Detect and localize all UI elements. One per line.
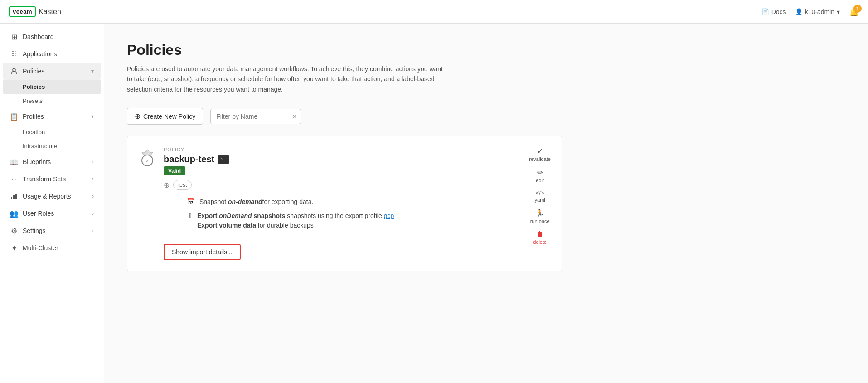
settings-icon: ⚙: [10, 227, 18, 235]
export-profile-link[interactable]: gcp: [384, 212, 394, 219]
topbar-right: 📄 Docs 👤 k10-admin ▾ 🔔 1: [761, 7, 859, 17]
delete-action[interactable]: 🗑 delete: [533, 230, 547, 245]
usage-chevron-icon: ›: [92, 193, 94, 199]
topbar: veeam Kasten 📄 Docs 👤 k10-admin ▾ 🔔 1: [0, 0, 868, 24]
user-roles-chevron-icon: ›: [92, 210, 94, 217]
sidebar-label-settings: Settings: [23, 227, 87, 234]
policy-medal-icon: ✓: [138, 149, 156, 167]
logo-brand: veeam: [9, 6, 36, 17]
yaml-icon: </>: [536, 189, 544, 196]
policy-type-label: POLICY: [164, 147, 551, 152]
sidebar-item-blueprints[interactable]: 📖 Blueprints ›: [3, 153, 101, 170]
run-once-action[interactable]: 🏃 run once: [530, 209, 550, 224]
export-volume-text: Export volume data: [197, 222, 256, 229]
export-detail-row: ⬆ Export onDemand snapshots snapshots us…: [187, 211, 551, 230]
user-label: k10-admin: [805, 8, 834, 15]
sidebar-label-user-roles: User Roles: [23, 210, 87, 217]
revalidate-label: revalidate: [529, 156, 551, 162]
logo: veeam Kasten: [9, 6, 61, 17]
export-detail-text: Export onDemand snapshots snapshots usin…: [197, 211, 394, 230]
snapshot-detail-row: 📅 Snapshot on-demandfor exporting data.: [187, 197, 551, 207]
transform-icon: ↔: [10, 175, 18, 183]
profiles-chevron-icon: ▾: [91, 113, 94, 120]
snapshot-detail-text: Snapshot on-demandfor exporting data.: [199, 197, 313, 207]
sidebar-item-profiles[interactable]: 📋 Profiles ▾: [3, 108, 101, 125]
svg-point-0: [13, 68, 15, 71]
sidebar-item-policies[interactable]: Policies ▾: [3, 63, 101, 80]
user-chevron-icon: ▾: [837, 8, 840, 15]
main-content: Policies Policies are used to automate y…: [104, 24, 868, 383]
edit-label: edit: [536, 178, 544, 183]
policy-valid-badge: Valid: [164, 166, 185, 175]
sidebar-item-dashboard[interactable]: ⊞ Dashboard: [3, 28, 101, 45]
sidebar-subitem-policies[interactable]: Policies: [3, 80, 101, 94]
policy-name-row: backup-test >_: [164, 154, 551, 165]
policy-name: backup-test: [164, 154, 214, 165]
sidebar-item-multi-cluster[interactable]: ✦ Multi-Cluster: [3, 239, 101, 257]
delete-icon: 🗑: [536, 230, 543, 238]
dashboard-icon: ⊞: [10, 33, 18, 41]
sidebar-label-dashboard: Dashboard: [23, 33, 94, 40]
delete-label: delete: [533, 239, 547, 245]
yaml-action[interactable]: </> yaml: [535, 189, 545, 203]
policies-icon: [10, 67, 18, 75]
sidebar-item-user-roles[interactable]: 👥 User Roles ›: [3, 205, 101, 222]
selector-plus-icon: ⊕: [164, 181, 170, 189]
edit-icon: ✏: [537, 168, 543, 177]
sidebar-label-profiles: Profiles: [23, 113, 87, 120]
page-title: Policies: [127, 42, 845, 58]
filter-clear-icon[interactable]: ✕: [292, 113, 297, 120]
policy-card: ✓ POLICY backup-test >_ Valid ⊕: [127, 136, 562, 271]
sidebar-label-multi-cluster: Multi-Cluster: [23, 244, 94, 252]
run-once-icon: 🏃: [535, 209, 544, 218]
revalidate-action[interactable]: ✓ revalidate: [529, 147, 551, 162]
sidebar-subitem-infrastructure[interactable]: Infrastructure: [3, 139, 101, 153]
sidebar-label-transform-sets: Transform Sets: [23, 175, 87, 183]
docs-link[interactable]: 📄 Docs: [761, 8, 786, 15]
svg-rect-2: [13, 195, 15, 199]
edit-action[interactable]: ✏ edit: [536, 168, 544, 183]
create-plus-icon: ⊕: [135, 112, 141, 121]
calendar-icon: 📅: [187, 198, 195, 205]
toolbar: ⊕ Create New Policy ✕: [127, 108, 845, 125]
run-once-label: run once: [530, 218, 550, 224]
svg-rect-3: [15, 194, 17, 199]
notifications-bell[interactable]: 🔔 1: [849, 7, 859, 17]
transform-chevron-icon: ›: [92, 176, 94, 182]
settings-chevron-icon: ›: [92, 228, 94, 234]
sidebar-item-usage-reports[interactable]: Usage & Reports ›: [3, 188, 101, 205]
docs-book-icon: 📄: [761, 8, 769, 15]
page-description: Policies are used to automate your data …: [127, 64, 444, 94]
policy-details: 📅 Snapshot on-demandfor exporting data. …: [164, 197, 551, 230]
selector-tag: test: [173, 180, 192, 190]
sidebar-label-blueprints: Blueprints: [23, 158, 87, 165]
revalidate-icon: ✓: [537, 147, 543, 155]
blueprints-chevron-icon: ›: [92, 159, 94, 165]
usage-icon: [10, 192, 18, 200]
user-menu[interactable]: 👤 k10-admin ▾: [795, 8, 840, 15]
create-new-policy-button[interactable]: ⊕ Create New Policy: [127, 108, 203, 125]
sidebar-label-applications: Applications: [23, 50, 94, 58]
sidebar-item-settings[interactable]: ⚙ Settings ›: [3, 222, 101, 239]
show-import-details-button[interactable]: Show import details...: [164, 244, 241, 260]
multi-cluster-icon: ✦: [10, 244, 18, 252]
policy-terminal-icon[interactable]: >_: [218, 155, 229, 164]
sidebar-subitem-location[interactable]: Location: [3, 125, 101, 139]
filter-by-name-input[interactable]: [210, 109, 301, 124]
docs-label: Docs: [771, 8, 786, 15]
export-icon: ⬆: [187, 212, 193, 219]
create-button-label: Create New Policy: [143, 113, 195, 120]
sidebar-item-transform-sets[interactable]: ↔ Transform Sets ›: [3, 170, 101, 188]
sidebar-item-applications[interactable]: ⠿ Applications: [3, 45, 101, 63]
yaml-label: yaml: [535, 197, 545, 203]
sidebar-label-usage-reports: Usage & Reports: [23, 193, 87, 200]
blueprints-icon: 📖: [10, 158, 18, 166]
policies-chevron-icon: ▾: [91, 68, 94, 74]
profiles-icon: 📋: [10, 112, 18, 121]
sidebar-subitem-presets[interactable]: Presets: [3, 94, 101, 108]
applications-icon: ⠿: [10, 50, 18, 58]
svg-text:✓: ✓: [145, 159, 149, 164]
notification-badge: 1: [853, 5, 862, 13]
user-roles-icon: 👥: [10, 209, 18, 218]
filter-input-wrap: ✕: [210, 109, 301, 124]
